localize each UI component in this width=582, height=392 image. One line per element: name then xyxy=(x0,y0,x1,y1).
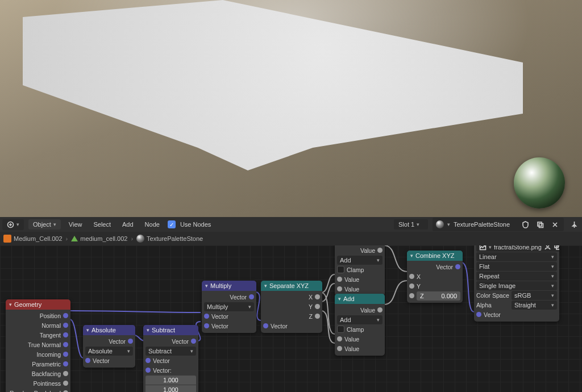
output-socket-incoming[interactable] xyxy=(63,352,68,357)
object-icon xyxy=(3,235,11,243)
input-socket-vector[interactable] xyxy=(85,358,90,363)
projection-dropdown[interactable]: Flat▾ xyxy=(476,262,557,271)
input-socket-vector-a[interactable] xyxy=(146,358,151,363)
image-datablock[interactable]: ▾ fractralStone.png xyxy=(476,245,559,252)
output-socket-y[interactable] xyxy=(315,304,320,309)
vector-y-field[interactable]: 1.000 xyxy=(146,385,196,393)
socket-label: Y xyxy=(263,303,313,310)
output-socket-true-normal[interactable] xyxy=(63,342,68,347)
pin-button[interactable] xyxy=(568,219,580,230)
output-socket-backfacing[interactable] xyxy=(63,371,68,376)
output-socket-normal[interactable] xyxy=(63,323,68,328)
operation-dropdown[interactable]: Absolute▾ xyxy=(85,347,133,356)
interpolation-dropdown[interactable]: Linear▾ xyxy=(476,252,557,261)
material-icon xyxy=(136,235,144,243)
output-socket-value[interactable] xyxy=(377,248,383,253)
menu-add[interactable]: Add xyxy=(119,219,137,230)
use-nodes-checkbox[interactable]: ✓ xyxy=(168,220,176,228)
socket-label: X xyxy=(417,273,460,280)
operation-dropdown[interactable]: Subtract▾ xyxy=(146,347,196,356)
source-dropdown[interactable]: Single Image▾ xyxy=(476,281,557,290)
socket-label: Vector xyxy=(409,264,453,270)
input-socket-vector[interactable] xyxy=(263,323,268,328)
node-title: Add xyxy=(343,295,355,302)
output-socket-z[interactable] xyxy=(315,314,320,319)
output-socket-vector[interactable] xyxy=(191,339,196,344)
menu-node[interactable]: Node xyxy=(142,219,163,230)
close-icon xyxy=(551,221,559,228)
input-socket-y[interactable] xyxy=(409,283,414,289)
vector-x-field[interactable]: 1.000 xyxy=(146,376,196,385)
node-subtract[interactable]: ▾Subtract Vector Subtract▾ Vector Vector… xyxy=(143,325,198,392)
input-socket-vector-a[interactable] xyxy=(204,314,209,319)
menu-select[interactable]: Select xyxy=(90,219,114,230)
node-math-add-1[interactable]: ▾Add Value Add▾ Clamp Value Value xyxy=(335,245,385,296)
output-socket-vector[interactable] xyxy=(249,294,254,299)
new-material-button[interactable] xyxy=(534,219,546,230)
chevron-down-icon: ▾ xyxy=(9,302,12,307)
socket-label: Vector xyxy=(85,338,126,345)
operation-dropdown[interactable]: Multiply▾ xyxy=(204,302,254,311)
node-combine-xyz[interactable]: ▾Combine XYZ Vector X Y Z0.000 xyxy=(407,251,463,303)
clamp-checkbox[interactable] xyxy=(337,266,344,273)
output-socket-x[interactable] xyxy=(315,294,320,299)
output-socket-vector[interactable] xyxy=(128,339,133,344)
alpha-mode-dropdown[interactable]: Straight▾ xyxy=(512,301,557,310)
socket-label: Normal xyxy=(8,322,61,329)
input-socket-x[interactable] xyxy=(409,274,414,279)
image-filename: fractralStone.png xyxy=(494,245,542,251)
socket-label: Vector xyxy=(204,294,247,301)
material-datablock[interactable]: ▾ TexturePaletteStone xyxy=(433,218,564,231)
node-math-add-2[interactable]: ▾Add Value Add▾ Clamp Value Value xyxy=(335,294,385,356)
extension-dropdown[interactable]: Repeat▾ xyxy=(476,272,557,281)
input-socket-value-b[interactable] xyxy=(337,346,342,351)
material-name-field[interactable]: TexturePaletteStone xyxy=(454,221,516,228)
output-socket-parametric[interactable] xyxy=(63,361,68,366)
input-socket-vector-b[interactable] xyxy=(204,323,209,328)
node-multiply[interactable]: ▾Multiply Vector Multiply▾ Vector Vector xyxy=(202,281,256,333)
input-socket-vector[interactable] xyxy=(476,312,481,317)
node-title: Combine XYZ xyxy=(415,252,454,259)
socket-label: Vector xyxy=(93,357,133,364)
clamp-checkbox[interactable] xyxy=(337,326,344,333)
bc-object[interactable]: Medium_Cell.002 xyxy=(14,235,63,242)
clamp-label: Clamp xyxy=(347,326,383,333)
material-slot-dropdown[interactable]: Slot 1 ▾ xyxy=(394,219,428,230)
interaction-mode-dropdown[interactable]: Object ▾ xyxy=(28,219,61,230)
socket-label: Value xyxy=(344,336,383,343)
editor-type-dropdown[interactable]: ▾ xyxy=(2,219,24,230)
socket-label: Z xyxy=(263,313,313,320)
socket-label: Vector xyxy=(484,311,557,318)
input-socket-vector-b[interactable] xyxy=(146,368,151,373)
output-socket-tangent[interactable] xyxy=(63,332,68,337)
svg-point-4 xyxy=(546,245,548,247)
z-value-field[interactable]: Z0.000 xyxy=(417,291,460,301)
output-socket-pointiness[interactable] xyxy=(63,381,68,386)
node-geometry[interactable]: ▾Geometry Position Normal Tangent True N… xyxy=(6,299,70,392)
output-socket-vector[interactable] xyxy=(455,264,460,269)
input-socket-value-a[interactable] xyxy=(337,277,342,282)
input-socket-value-b[interactable] xyxy=(337,286,342,291)
menu-view[interactable]: View xyxy=(65,219,86,230)
fake-user-button[interactable] xyxy=(519,219,531,230)
socket-label: Backfacing xyxy=(8,370,61,377)
bc-mesh[interactable]: medium_cell.002 xyxy=(80,235,127,242)
output-socket-position[interactable] xyxy=(63,313,68,318)
clamp-label: Clamp xyxy=(347,266,383,273)
input-socket-value-a[interactable] xyxy=(337,336,342,341)
viewport-3d[interactable] xyxy=(0,0,582,217)
chevron-right-icon: › xyxy=(131,235,133,242)
output-socket-value[interactable] xyxy=(377,307,383,312)
bc-material[interactable]: TexturePaletteStone xyxy=(147,235,203,242)
input-socket-z[interactable] xyxy=(409,293,414,298)
node-graph-area[interactable]: ▾Geometry Position Normal Tangent True N… xyxy=(0,245,582,392)
unlink-material-button[interactable] xyxy=(549,219,560,230)
colorspace-dropdown[interactable]: sRGB▾ xyxy=(512,291,557,300)
operation-dropdown[interactable]: Add▾ xyxy=(337,256,383,265)
node-absolute[interactable]: ▾Absolute Vector Absolute▾ Vector xyxy=(83,325,135,368)
svg-rect-2 xyxy=(539,223,543,227)
node-image-texture[interactable]: Alpha ▾ fractralStone.png Linear▾ Flat▾ … xyxy=(474,245,559,322)
datablock-path: Medium_Cell.002 › medium_cell.002 › Text… xyxy=(0,232,582,245)
operation-dropdown[interactable]: Add▾ xyxy=(337,315,383,324)
node-separate-xyz[interactable]: ▾Separate XYZ X Y Z Vector xyxy=(261,281,322,333)
